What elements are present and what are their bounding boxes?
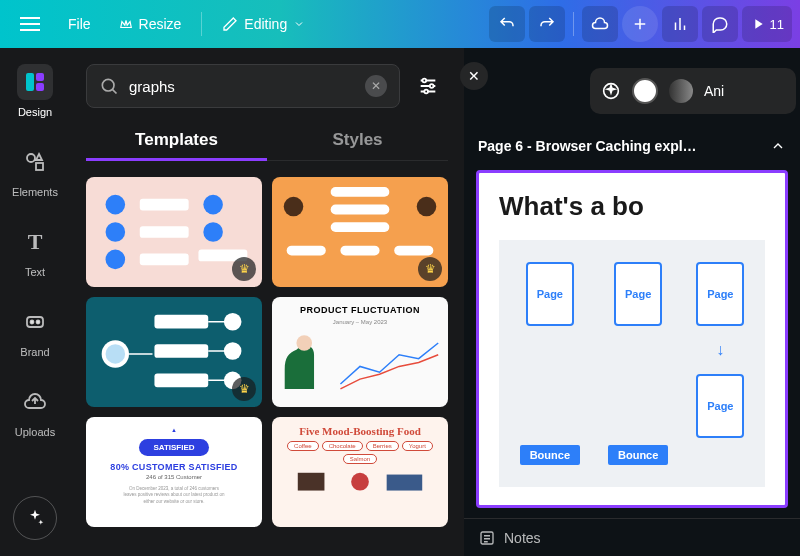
svg-point-18 <box>203 195 223 215</box>
svg-point-3 <box>27 154 35 162</box>
add-button[interactable] <box>622 6 658 42</box>
svg-point-13 <box>106 222 126 242</box>
diagram: Page Bounce Page Bounce Page ↓ Page <box>499 240 765 487</box>
editing-mode[interactable]: Editing <box>210 10 317 38</box>
chart-icon <box>671 15 689 33</box>
svg-rect-0 <box>26 73 34 91</box>
close-panel-button[interactable]: ✕ <box>460 62 488 90</box>
page-box: Page <box>696 262 744 326</box>
bounce-label: Bounce <box>608 445 668 465</box>
plus-icon <box>631 15 649 33</box>
undo-button[interactable] <box>489 6 525 42</box>
floating-toolbar: Ani <box>590 68 796 114</box>
template-card[interactable]: Five Mood-Boosting Food Coffee Chocolate… <box>272 417 448 527</box>
svg-point-30 <box>106 344 126 364</box>
svg-rect-2 <box>36 83 44 91</box>
premium-badge: ♛ <box>232 377 256 401</box>
upload-icon <box>23 390 47 414</box>
wand-icon[interactable] <box>600 80 622 102</box>
cloud-icon <box>591 15 609 33</box>
template-card[interactable]: ▲ SATISFIED 80% CUSTOMER SATISFIED 246 o… <box>86 417 262 527</box>
tool-brand[interactable]: Brand <box>5 300 65 362</box>
svg-point-34 <box>224 313 242 331</box>
clear-search-button[interactable]: ✕ <box>365 75 387 97</box>
svg-rect-5 <box>27 317 43 327</box>
templates-panel: ✕ Templates Styles ♛ ♛ ♛ PRODU <box>70 48 464 556</box>
file-menu[interactable]: File <box>56 10 103 38</box>
tool-rail: Design Elements T Text Brand Uploads <box>0 48 70 556</box>
template-card[interactable]: ♛ <box>86 177 262 287</box>
tab-templates[interactable]: Templates <box>86 120 267 160</box>
canvas-footer: Notes <box>464 518 800 556</box>
filters-button[interactable] <box>408 66 448 106</box>
design-icon <box>23 70 47 94</box>
svg-rect-32 <box>154 344 208 358</box>
search-box[interactable]: ✕ <box>86 64 400 108</box>
svg-point-19 <box>203 222 223 242</box>
pencil-icon <box>222 16 238 32</box>
svg-point-11 <box>424 90 428 94</box>
notes-button[interactable]: Notes <box>504 530 541 546</box>
comment-icon <box>711 15 729 33</box>
svg-rect-40 <box>387 475 423 491</box>
svg-point-8 <box>102 79 114 91</box>
bounce-label: Bounce <box>520 445 580 465</box>
present-button[interactable]: 11 <box>742 6 792 42</box>
search-icon <box>99 76 119 96</box>
menu-button[interactable] <box>8 17 52 31</box>
magic-button[interactable] <box>13 496 57 540</box>
tool-elements[interactable]: Elements <box>5 140 65 202</box>
template-card[interactable]: ♛ <box>86 297 262 407</box>
gradient-icon[interactable] <box>668 78 694 104</box>
analytics-button[interactable] <box>662 6 698 42</box>
tool-text[interactable]: T Text <box>5 220 65 282</box>
notes-icon <box>478 529 496 547</box>
svg-point-6 <box>31 321 34 324</box>
svg-point-10 <box>430 84 434 88</box>
canvas-area: ✕ Ani Page 6 - Browser Caching expl… Wha… <box>464 48 800 556</box>
arrow-down-icon: ↓ <box>716 342 724 358</box>
svg-point-37 <box>296 335 312 351</box>
page-box: Page <box>696 374 744 438</box>
separator <box>201 12 202 36</box>
resize-button[interactable]: Resize <box>107 10 194 38</box>
svg-rect-23 <box>331 222 390 232</box>
tool-design[interactable]: Design <box>5 60 65 122</box>
collapse-icon[interactable] <box>770 138 786 154</box>
svg-point-42 <box>669 79 693 103</box>
svg-rect-25 <box>340 246 379 256</box>
page-header: Page 6 - Browser Caching expl… <box>464 128 800 164</box>
redo-icon <box>538 15 556 33</box>
svg-rect-17 <box>140 254 189 266</box>
brand-icon <box>23 310 47 334</box>
svg-rect-26 <box>394 246 433 256</box>
svg-rect-15 <box>140 199 189 211</box>
sliders-icon <box>417 75 439 97</box>
separator <box>573 12 574 36</box>
svg-rect-16 <box>140 226 189 238</box>
cloud-sync-button[interactable] <box>582 6 618 42</box>
svg-rect-38 <box>298 473 325 491</box>
svg-rect-21 <box>331 187 390 197</box>
svg-rect-33 <box>154 374 208 388</box>
svg-point-39 <box>351 473 369 491</box>
page-box: Page <box>614 262 662 326</box>
color-swatch-white[interactable] <box>632 78 658 104</box>
hamburger-icon <box>20 23 40 25</box>
comment-button[interactable] <box>702 6 738 42</box>
svg-rect-24 <box>287 246 326 256</box>
tool-uploads[interactable]: Uploads <box>5 380 65 442</box>
undo-icon <box>498 15 516 33</box>
template-card[interactable]: ♛ <box>272 177 448 287</box>
svg-rect-22 <box>331 205 390 215</box>
sparkle-icon <box>25 508 45 528</box>
template-card[interactable]: PRODUCT FLUCTUATION January – May 2023 <box>272 297 448 407</box>
svg-point-14 <box>106 250 126 270</box>
tab-styles[interactable]: Styles <box>267 120 448 160</box>
play-icon <box>750 16 766 32</box>
search-input[interactable] <box>129 78 355 95</box>
animate-button[interactable]: Ani <box>704 83 724 99</box>
slide-canvas[interactable]: What's a bo Page Bounce Page Bounce Page… <box>476 170 788 508</box>
redo-button[interactable] <box>529 6 565 42</box>
svg-point-35 <box>224 342 242 360</box>
